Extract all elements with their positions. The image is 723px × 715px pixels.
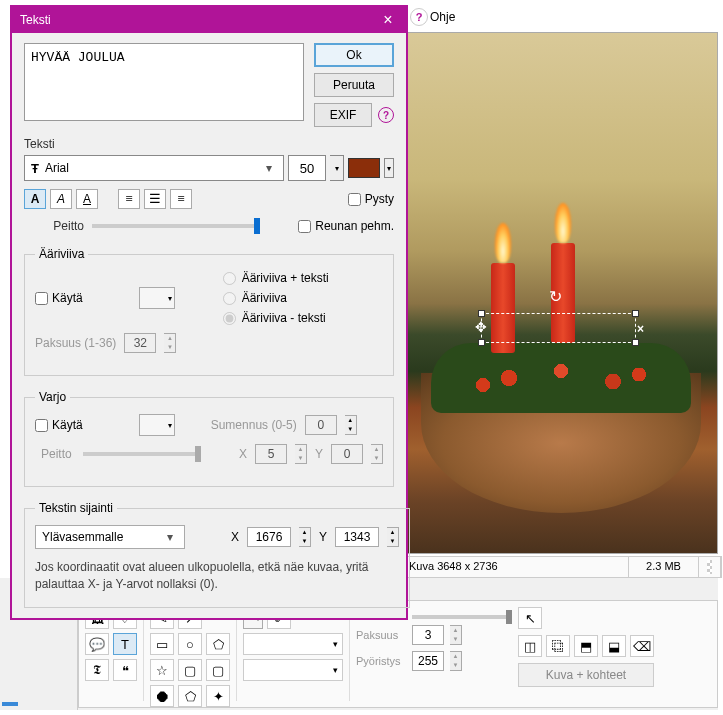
chevron-down-icon[interactable]: ▾ [162,530,178,544]
tool-rect-icon[interactable]: ▭ [150,633,174,655]
pysty-checkbox[interactable] [348,193,361,206]
pos-x-spinner[interactable]: ▲▼ [299,527,311,547]
varjo-x-label: X [239,447,247,461]
pos-x-label: X [231,530,239,544]
paksuus-label: Paksuus (1-36) [35,336,116,350]
tool-back-icon[interactable]: ⬓ [602,635,626,657]
pos-x-input[interactable] [247,527,291,547]
aariviiva-r1 [223,272,236,285]
varjo-color-select[interactable]: ▾ [139,414,175,436]
help-icon[interactable]: ? [410,8,428,26]
tool-cube-icon[interactable]: ◫ [518,635,542,657]
rotate-handle-icon[interactable]: ↻ [549,287,562,306]
tool-text-icon[interactable]: T [113,633,137,655]
tool-delete-icon[interactable]: ⌫ [630,635,654,657]
reunan-checkbox[interactable] [298,220,311,233]
underline-button[interactable]: A [76,189,98,209]
tool-pentagon2-icon[interactable]: ⬠ [178,685,202,707]
status-filesize: 2.3 MB [629,557,699,577]
tool-pointer-icon[interactable]: ↖ [518,607,542,629]
prop-peitto-slider[interactable] [412,615,512,619]
font-icon: Ŧ [31,161,39,176]
align-center-button[interactable]: ☰ [144,189,166,209]
sijainti-legend: Tekstin sijainti [35,501,117,515]
varjo-x-spinner: ▲▼ [295,444,307,464]
teksti-section-label: Teksti [24,137,394,151]
tool-fancytext-icon[interactable]: 𝕿 [85,659,109,681]
sumennus-spinner: ▲▼ [345,415,357,435]
align-right-button[interactable]: ≡ [170,189,192,209]
pysty-label: Pysty [365,192,394,206]
align-left-button[interactable]: ≡ [118,189,140,209]
varjo-kayta-label: Käytä [52,418,83,432]
font-name: Arial [45,161,69,175]
varjo-y-label: Y [315,447,323,461]
text-color-dropdown[interactable]: ▾ [384,158,394,178]
prop-paksuus-label: Paksuus [356,629,406,641]
aariviiva-color-select[interactable]: ▾ [139,287,175,309]
prop-pyoristys-input[interactable] [412,651,444,671]
image-canvas[interactable]: ↻ ✥ × [400,32,718,554]
aariviiva-kayta-label: Käytä [52,291,83,305]
paksuus-input [124,333,156,353]
close-icon[interactable]: × [378,11,398,29]
italic-button[interactable]: A [50,189,72,209]
cancel-button[interactable]: Peruuta [314,73,394,97]
tool-quote-icon[interactable]: ❝ [113,659,137,681]
prop-paksuus-input[interactable] [412,625,444,645]
tool-front-icon[interactable]: ⬒ [574,635,598,657]
selection-box[interactable]: × [481,313,636,343]
peitto-label: Peitto [24,219,84,233]
peitto-slider[interactable] [92,224,260,228]
progress-indicator [2,702,18,706]
varjo-peitto-slider [83,452,201,456]
text-dialog: Teksti × HYVÄÄ JOULUA Ok Peruuta EXIF ? … [10,5,408,620]
text-color-swatch[interactable] [348,158,380,178]
aariviiva-legend: Ääriviiva [35,247,88,261]
anchor-select[interactable]: Ylävasemmalle ▾ [35,525,185,549]
dialog-help-icon[interactable]: ? [378,107,394,123]
varjo-x-input [255,444,287,464]
close-selection-icon[interactable]: × [637,322,649,334]
photo-preview: ↻ ✥ × [401,33,717,553]
kuva-kohteet-button[interactable]: Kuva + kohteet [518,663,654,687]
varjo-kayta-checkbox[interactable] [35,419,48,432]
font-select[interactable]: Ŧ Arial ▾ [24,155,284,181]
help-label: Ohje [430,10,455,24]
sijainti-hint: Jos koordinaatit ovat alueen ulkopuolell… [35,559,399,593]
status-transparency-icon[interactable] [699,557,721,577]
tool-pentagon-icon[interactable]: ⬠ [206,633,230,655]
pos-y-input[interactable] [335,527,379,547]
tool-circle-icon[interactable]: ○ [178,633,202,655]
pos-y-label: Y [319,530,327,544]
text-input[interactable]: HYVÄÄ JOULUA [24,43,304,121]
bold-button[interactable]: A [24,189,46,209]
varjo-legend: Varjo [35,390,70,404]
reunan-label: Reunan pehm. [315,219,394,233]
prop-paksuus-spinner[interactable]: ▲▼ [450,625,462,645]
prop-pyoristys-label: Pyöristys [356,655,406,667]
aariviiva-r2 [223,292,236,305]
pos-y-spinner[interactable]: ▲▼ [387,527,399,547]
tool-roundrect-icon[interactable]: ▢ [178,659,202,681]
tool-roundrect2-icon[interactable]: ▢ [206,659,230,681]
ok-button[interactable]: Ok [314,43,394,67]
sumennus-label: Sumennus (0-5) [211,418,297,432]
tool-speech-icon[interactable]: 💬 [85,633,109,655]
varjo-peitto-label: Peitto [35,447,75,461]
prop-pyoristys-spinner[interactable]: ▲▼ [450,651,462,671]
fill-select-1[interactable]: ▾ [243,633,343,655]
font-size-input[interactable] [288,155,326,181]
varjo-y-spinner: ▲▼ [371,444,383,464]
tool-sparkle-icon[interactable]: ✦ [206,685,230,707]
aariviiva-r3 [223,312,236,325]
varjo-y-input [331,444,363,464]
tool-star-icon[interactable]: ☆ [150,659,174,681]
tool-octagon-icon[interactable]: ⯃ [150,685,174,707]
exif-button[interactable]: EXIF [314,103,372,127]
tool-copy-icon[interactable]: ⿻ [546,635,570,657]
font-size-dropdown[interactable]: ▾ [330,155,344,181]
aariviiva-kayta-checkbox[interactable] [35,292,48,305]
chevron-down-icon[interactable]: ▾ [261,161,277,175]
fill-select-2[interactable]: ▾ [243,659,343,681]
